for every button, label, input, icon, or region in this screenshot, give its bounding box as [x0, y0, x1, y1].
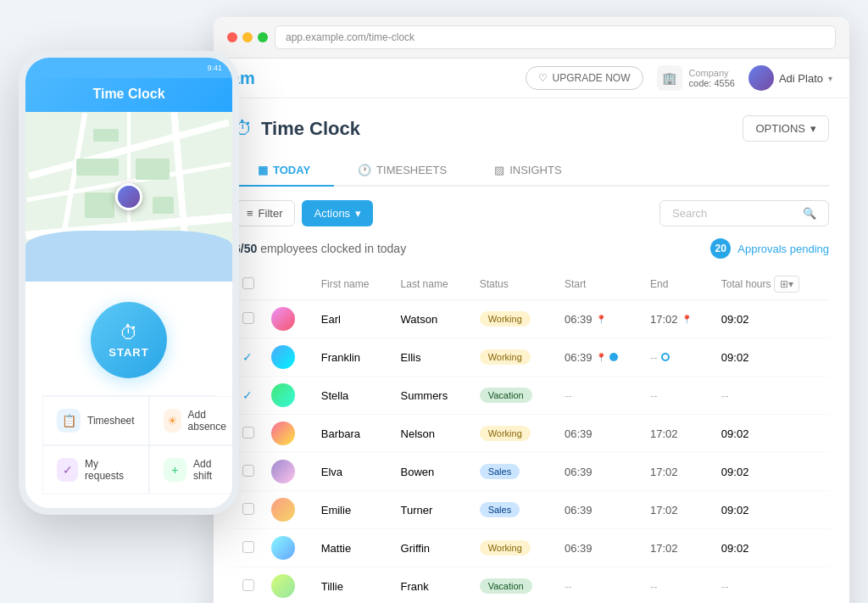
add-absence-icon: ☀ — [164, 409, 181, 433]
row-last-name: Frank — [392, 567, 471, 604]
col-end: End — [642, 269, 713, 300]
row-avatar — [271, 574, 295, 598]
options-button[interactable]: OPTIONS ▾ — [743, 115, 829, 142]
phone-actions-grid: 📋 Timesheet ☀ Add absence ✓ My requests … — [42, 395, 215, 494]
company-info: 🏢 Company code: 4556 — [657, 65, 735, 91]
search-icon: 🔍 — [803, 207, 816, 220]
row-start: 06:39 — [556, 453, 642, 491]
timesheet-label: Timesheet — [87, 415, 135, 427]
status-badge: Working — [480, 349, 531, 365]
add-absence-label: Add absence — [188, 409, 232, 433]
options-label: OPTIONS — [755, 122, 805, 135]
row-checkbox[interactable] — [242, 312, 254, 324]
company-icon: 🏢 — [657, 65, 682, 91]
table-row: Tillie Frank Vacation -- -- -- — [234, 567, 829, 604]
timesheet-action[interactable]: 📋 Timesheet — [42, 396, 149, 445]
add-absence-action[interactable]: ☀ Add absence — [149, 396, 239, 445]
row-start: 06:39 — [556, 529, 642, 567]
status-badge: Vacation — [480, 578, 532, 594]
search-placeholder: Search — [672, 207, 798, 220]
row-avatar — [271, 498, 295, 522]
user-dropdown-icon[interactable]: ▾ — [828, 74, 832, 83]
row-checkbox[interactable] — [242, 503, 254, 515]
table-row: ✓ Franklin Ellis Working 06:39 📍 -- 09:0… — [234, 338, 829, 377]
header-right-section: ♡ UPGRADE NOW 🏢 Company code: 4556 Adi P… — [526, 65, 833, 91]
row-checkbox[interactable] — [242, 579, 254, 591]
tab-timesheets[interactable]: 🕐 TIMESHEETS — [334, 155, 470, 187]
browser-url: app.example.com/time-clock — [286, 31, 415, 43]
upgrade-button[interactable]: ♡ UPGRADE NOW — [526, 66, 643, 90]
status-badge: Vacation — [480, 388, 532, 403]
fullscreen-window-dot[interactable] — [258, 32, 268, 42]
status-badge: Working — [480, 426, 531, 441]
insights-tab-label: INSIGHTS — [509, 164, 561, 176]
row-total: 09:02 — [713, 415, 829, 453]
row-avatar-cell — [263, 567, 313, 604]
col-status: Status — [471, 269, 556, 300]
row-start: 06:39 📍 — [556, 300, 642, 338]
row-checkbox-cell — [234, 529, 263, 567]
approvals-link[interactable]: Approvals pending — [737, 243, 829, 255]
row-end: 17:02 — [642, 415, 713, 453]
row-first-name: Mattie — [313, 529, 392, 567]
employees-table: First name Last name Status Start End To… — [234, 269, 829, 603]
row-avatar-cell — [263, 529, 313, 567]
today-tab-icon: ▦ — [258, 164, 268, 176]
row-status: Working — [471, 415, 556, 453]
filter-icon: ≡ — [247, 207, 253, 220]
row-checkbox[interactable] — [242, 465, 254, 477]
upgrade-label: UPGRADE NOW — [553, 72, 631, 84]
actions-chevron-icon: ▾ — [355, 207, 361, 220]
row-status: Sales — [471, 453, 556, 491]
table-row: Emilie Turner Sales 06:39 17:02 09:02 — [234, 491, 829, 529]
pin-icon: 📍 — [596, 315, 606, 324]
row-avatar-cell — [263, 491, 313, 529]
row-first-name: Elva — [313, 453, 392, 491]
row-avatar — [271, 383, 295, 407]
actions-label: Actions — [314, 207, 350, 220]
table-row: ✓ Stella Summers Vacation -- -- -- — [234, 377, 829, 415]
row-check-icon: ✓ — [242, 350, 253, 364]
browser-address-bar[interactable]: app.example.com/time-clock — [275, 25, 836, 49]
today-tab-label: TODAY — [273, 164, 310, 176]
row-avatar-cell — [263, 300, 313, 338]
tab-insights[interactable]: ▨ INSIGHTS — [470, 155, 585, 187]
row-first-name: Tillie — [313, 567, 392, 604]
actions-button[interactable]: Actions ▾ — [302, 200, 373, 226]
row-checkbox[interactable] — [242, 541, 254, 553]
minimize-window-dot[interactable] — [242, 32, 253, 42]
col-total-hours: Total hours ⊞▾ — [713, 269, 829, 300]
row-last-name: Summers — [392, 377, 471, 415]
row-start: 06:39 📍 — [556, 338, 642, 377]
my-requests-action[interactable]: ✓ My requests — [42, 445, 149, 494]
page-title: Time Clock — [261, 118, 360, 140]
row-end: -- — [642, 338, 713, 377]
options-chevron-icon: ▾ — [810, 122, 816, 135]
start-label: START — [108, 346, 148, 359]
row-avatar-cell — [263, 415, 313, 453]
search-box[interactable]: Search 🔍 — [659, 200, 829, 226]
row-avatar — [271, 422, 295, 445]
tab-today[interactable]: ▦ TODAY — [234, 155, 334, 187]
row-first-name: Stella — [313, 377, 392, 415]
tabs-bar: ▦ TODAY 🕐 TIMESHEETS ▨ INSIGHTS — [234, 155, 829, 187]
row-status: Vacation — [471, 377, 556, 415]
col-avatar — [263, 269, 313, 300]
row-last-name: Turner — [392, 491, 471, 529]
status-badge: Sales — [480, 464, 520, 479]
timer-icon: ⏱ — [120, 322, 138, 344]
start-button[interactable]: ⏱ START — [91, 302, 167, 378]
add-shift-label: Add shift — [193, 458, 232, 482]
phone-clock-area: ⏱ START 📋 Timesheet ☀ Add absence ✓ My r… — [25, 282, 232, 508]
filter-button[interactable]: ≡ Filter — [234, 200, 295, 226]
close-window-dot[interactable] — [227, 32, 237, 42]
add-shift-action[interactable]: + Add shift — [149, 445, 239, 494]
row-checkbox[interactable] — [242, 427, 254, 438]
select-all-checkbox[interactable] — [242, 277, 254, 289]
row-last-name: Nelson — [392, 415, 471, 453]
status-badge: Working — [480, 311, 531, 327]
table-row: Earl Watson Working 06:39 📍 17:02 📍 09:0… — [234, 300, 829, 338]
row-status: Sales — [471, 491, 556, 529]
app-header: am ♡ UPGRADE NOW 🏢 Company code: 4556 Ad… — [214, 59, 849, 98]
columns-picker-button[interactable]: ⊞▾ — [774, 276, 799, 293]
